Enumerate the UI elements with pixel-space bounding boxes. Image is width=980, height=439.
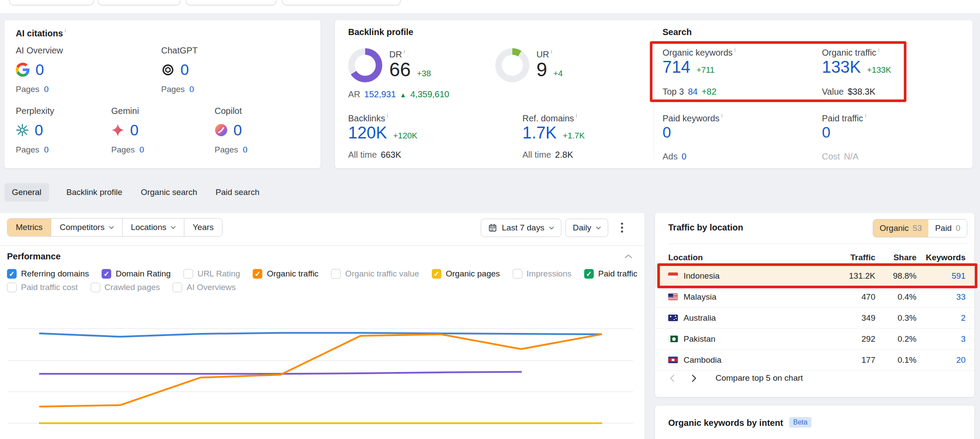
performance-title: Performance xyxy=(7,251,60,262)
performance-card: Metrics Competitors Locations Years Last… xyxy=(0,213,645,439)
info-icon xyxy=(404,48,405,55)
pages-count-link[interactable]: 0 xyxy=(189,85,194,94)
tab-backlink-profile[interactable]: Backlink profile xyxy=(66,183,123,202)
filter-paid-traffic-cost[interactable]: Paid traffic cost xyxy=(7,283,78,292)
pages-count-link[interactable]: 0 xyxy=(44,85,49,94)
organic-keywords-count-link[interactable]: 714 xyxy=(663,58,690,77)
top-input-stub-2[interactable] xyxy=(98,0,180,5)
copilot-count[interactable]: 0 xyxy=(233,121,242,139)
filter-organic-traffic[interactable]: Organic traffic xyxy=(253,269,318,279)
table-row-indonesia[interactable]: Indonesia 131.2K 98.8% 591 xyxy=(655,266,974,287)
ur-donut-chart xyxy=(495,48,529,82)
ai-overview-count[interactable]: 0 xyxy=(35,61,44,78)
organic-traffic-count-link[interactable]: 133K xyxy=(822,58,861,77)
view-segmented-control: Metrics Competitors Locations Years xyxy=(7,218,222,237)
checkbox-icon xyxy=(7,269,17,279)
top-strip xyxy=(0,0,980,13)
backlinks-label: Backlinks xyxy=(348,112,388,124)
dr-delta: +38 xyxy=(417,69,431,78)
competitors-button[interactable]: Competitors xyxy=(51,219,122,236)
checkbox-icon xyxy=(432,269,441,279)
tab-organic-search[interactable]: Organic search xyxy=(140,183,198,202)
collapse-chevron-icon[interactable] xyxy=(624,254,632,258)
ai-item-gemini: Gemini 0 Pages 0 xyxy=(111,106,144,155)
keywords-link[interactable]: 591 xyxy=(917,271,966,281)
location-table: Location Traffic Share Keywords Indonesi… xyxy=(655,250,974,371)
chevron-right-icon[interactable] xyxy=(691,374,697,382)
paid-traffic-count-link[interactable]: 0 xyxy=(822,124,830,141)
filter-domain-rating[interactable]: Domain Rating xyxy=(102,269,171,279)
ads-row: Ads 0 xyxy=(663,152,687,162)
perplexity-count[interactable]: 0 xyxy=(35,121,43,139)
top3-count-link[interactable]: 84 xyxy=(688,87,698,97)
checkbox-icon xyxy=(183,269,193,279)
keywords-link[interactable]: 2 xyxy=(917,313,966,323)
ref-domains-label: Ref. domains xyxy=(522,112,577,124)
beta-badge: Beta xyxy=(789,417,811,428)
traffic-by-location-card: Traffic by location Organic 53 Paid 0 Lo… xyxy=(655,213,974,397)
filter-organic-pages[interactable]: Organic pages xyxy=(432,269,500,279)
filter-referring-domains[interactable]: Referring domains xyxy=(7,269,89,279)
filter-ai-overviews[interactable]: AI Overviews xyxy=(173,283,236,292)
ai-item-copilot: Copilot 0 Pages 0 xyxy=(215,106,247,155)
date-range-button[interactable]: Last 7 days xyxy=(481,219,561,237)
checkbox-icon xyxy=(102,269,111,279)
granularity-button[interactable]: Daily xyxy=(565,219,608,237)
info-icon xyxy=(865,112,866,119)
cost-row: Cost N/A xyxy=(822,152,858,162)
filter-crawled-pages[interactable]: Crawled pages xyxy=(91,283,160,292)
chatgpt-count[interactable]: 0 xyxy=(180,61,189,78)
perplexity-icon xyxy=(16,124,29,137)
filter-paid-traffic[interactable]: Paid traffic xyxy=(584,269,637,279)
organic-traffic-value: 133K +133K xyxy=(822,58,891,77)
indonesia-flag xyxy=(668,273,678,279)
table-row-cambodia[interactable]: Cambodia 177 0.1% 20 xyxy=(655,350,974,371)
performance-filters: Referring domains Domain Rating URL Rati… xyxy=(7,269,640,292)
organic-traffic-label: Organic traffic xyxy=(822,46,879,58)
checkbox-icon xyxy=(7,283,17,292)
info-icon xyxy=(551,48,552,55)
keywords-link[interactable]: 3 xyxy=(917,334,966,344)
ai-item-chatgpt: ChatGPT 0 Pages 0 xyxy=(161,46,197,94)
toggle-paid[interactable]: Paid 0 xyxy=(928,220,967,237)
top-input-stub-4[interactable] xyxy=(282,0,401,5)
ads-count-link[interactable]: 0 xyxy=(681,152,686,162)
keywords-link[interactable]: 20 xyxy=(917,355,966,365)
ar-delta: 4,359,610 xyxy=(410,89,449,99)
backlinks-count-link[interactable]: 120K xyxy=(348,124,387,142)
filter-impressions[interactable]: Impressions xyxy=(513,269,571,279)
dr-donut-chart xyxy=(348,48,382,82)
more-options-button[interactable] xyxy=(618,220,626,235)
location-pagination: Compare top 5 on chart xyxy=(669,373,803,383)
table-row-pakistan[interactable]: Pakistan 292 0.2% 3 xyxy=(655,329,974,350)
pages-count-link[interactable]: 0 xyxy=(243,145,247,154)
table-row-australia[interactable]: Australia 349 0.3% 2 xyxy=(655,308,974,329)
filter-url-rating[interactable]: URL Rating xyxy=(183,269,240,279)
toggle-organic[interactable]: Organic 53 xyxy=(873,220,929,237)
top3-row: Top 3 84 +82 xyxy=(663,87,716,97)
top-input-stub-3[interactable] xyxy=(186,0,276,5)
filter-organic-traffic-value[interactable]: Organic traffic value xyxy=(331,269,419,279)
ar-value-link[interactable]: 152,931 xyxy=(364,89,396,99)
ref-domains-count-link[interactable]: 1.7K xyxy=(522,124,557,142)
locations-button[interactable]: Locations xyxy=(122,219,184,236)
chevron-left-icon[interactable] xyxy=(669,374,675,382)
ai-item-ai-overview: AI Overview 0 Pages 0 xyxy=(16,46,63,94)
card-divider xyxy=(654,30,654,159)
pages-count-link[interactable]: 0 xyxy=(139,145,144,154)
pages-count-link[interactable]: 0 xyxy=(44,145,49,154)
keywords-link[interactable]: 33 xyxy=(917,292,966,302)
tab-paid-search[interactable]: Paid search xyxy=(215,183,260,202)
metrics-button[interactable]: Metrics xyxy=(7,219,51,236)
gemini-count[interactable]: 0 xyxy=(130,121,138,139)
google-icon xyxy=(16,63,30,77)
table-row-malaysia[interactable]: Malaysia 470 0.4% 33 xyxy=(655,287,974,308)
top-input-stub-1[interactable] xyxy=(9,0,94,5)
ur-label: UR xyxy=(536,48,552,60)
ur-value: 9 +4 xyxy=(536,59,563,81)
paid-keywords-count-link[interactable]: 0 xyxy=(663,124,671,141)
years-button[interactable]: Years xyxy=(184,219,222,236)
tab-general[interactable]: General xyxy=(4,183,49,202)
paid-keywords-value: 0 xyxy=(663,124,671,141)
checkbox-icon xyxy=(173,283,182,292)
